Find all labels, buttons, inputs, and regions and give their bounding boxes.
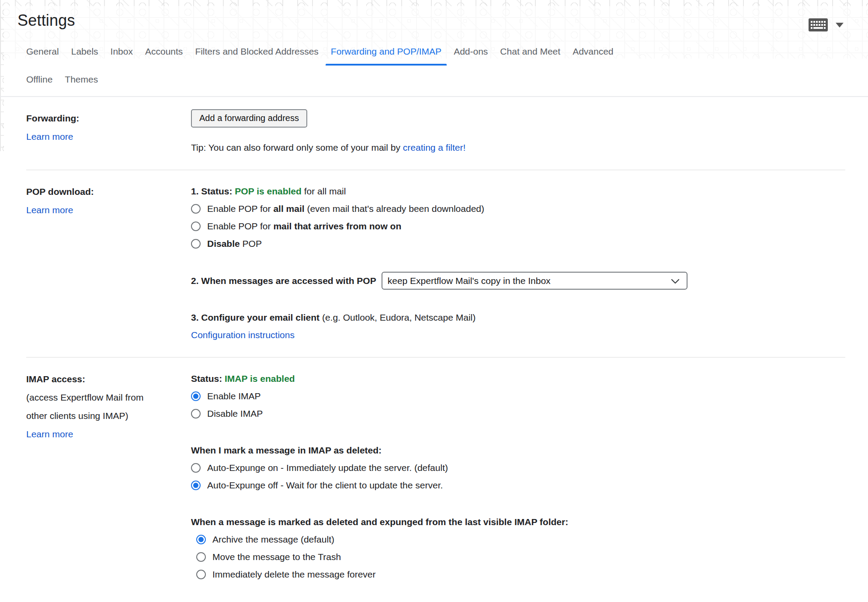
tab-forwarding-and-pop-imap[interactable]: Forwarding and POP/IMAP — [325, 44, 448, 66]
imap-option-label: Auto-Expunge on - Immediately update the… — [207, 459, 448, 477]
settings-tabs: General Labels Inbox Accounts Filters an… — [0, 44, 868, 89]
radio-button-icon[interactable] — [191, 204, 201, 214]
tab-inbox[interactable]: Inbox — [104, 44, 139, 66]
radio-button-icon[interactable] — [191, 221, 201, 231]
pop-option-label: Disable POP — [207, 235, 262, 253]
imap-option-label: Archive the message (default) — [212, 531, 334, 548]
imap-option-auto-expunge-on[interactable]: Auto-Expunge on - Immediately update the… — [191, 459, 845, 477]
imap-option-move-to-trash[interactable]: Move the message to the Trash — [196, 548, 845, 566]
tab-advanced[interactable]: Advanced — [566, 44, 619, 66]
tab-general[interactable]: General — [20, 44, 65, 66]
add-forwarding-address-button[interactable]: Add a forwarding address — [191, 109, 307, 128]
imap-access-caption: (access Expertflow Mail from other clien… — [26, 388, 157, 425]
imap-access-section: IMAP access: (access Expertflow Mail fro… — [26, 357, 845, 596]
imap-option-label: Move the message to the Trash — [212, 548, 341, 566]
imap-section-body: Status: IMAP is enabled Enable IMAP Disa… — [191, 370, 845, 583]
pop-access-row: 2. When messages are accessed with POP k… — [191, 272, 845, 290]
tab-labels[interactable]: Labels — [65, 44, 104, 66]
settings-page: Settings — [0, 0, 868, 596]
pop-option-enable-all-mail[interactable]: Enable POP for all mail (even mail that'… — [191, 200, 845, 218]
radio-button-icon[interactable] — [196, 570, 206, 579]
pop-status-prefix: 1. Status: — [191, 186, 235, 196]
imap-option-label: Immediately delete the message forever — [212, 566, 376, 583]
configuration-instructions-link[interactable]: Configuration instructions — [191, 330, 295, 340]
pop-configure-line: 3. Configure your email client (e.g. Out… — [191, 309, 845, 326]
pop-download-section: POP download: Learn more 1. Status: POP … — [26, 170, 845, 357]
imap-option-label: Enable IMAP — [207, 387, 261, 405]
pop-option-enable-from-now-on[interactable]: Enable POP for mail that arrives from no… — [191, 218, 845, 235]
forwarding-label: Forwarding: — [26, 109, 165, 128]
radio-button-checked-icon[interactable] — [196, 535, 206, 544]
tab-add-ons[interactable]: Add-ons — [448, 44, 494, 66]
imap-option-label: Disable IMAP — [207, 405, 263, 422]
pop-configure-rest: (e.g. Outlook, Eudora, Netscape Mail) — [319, 312, 476, 322]
tab-themes[interactable]: Themes — [59, 72, 104, 89]
tab-chat-and-meet[interactable]: Chat and Meet — [494, 44, 566, 66]
imap-status-prefix: Status: — [191, 374, 225, 384]
tab-filters-and-blocked-addresses[interactable]: Filters and Blocked Addresses — [189, 44, 324, 66]
imap-option-archive[interactable]: Archive the message (default) — [196, 531, 845, 548]
tab-row-1: General Labels Inbox Accounts Filters an… — [20, 44, 868, 66]
forwarding-learn-more-link[interactable]: Learn more — [26, 131, 73, 142]
pop-download-label: POP download: — [26, 183, 165, 201]
pop-section-body: 1. Status: POP is enabled for all mail E… — [191, 183, 845, 344]
radio-button-checked-icon[interactable] — [191, 391, 201, 401]
imap-option-enable[interactable]: Enable IMAP — [191, 387, 845, 405]
imap-option-disable[interactable]: Disable IMAP — [191, 405, 845, 422]
imap-status-line: Status: IMAP is enabled — [191, 370, 845, 387]
pop-option-label: Enable POP for all mail (even mail that'… — [207, 200, 484, 218]
pop-option-label: Enable POP for mail that arrives from no… — [207, 218, 401, 235]
imap-option-label: Auto-Expunge off - Wait for the client t… — [207, 477, 443, 494]
settings-header: Settings — [0, 0, 868, 33]
imap-option-delete-forever[interactable]: Immediately delete the message forever — [196, 566, 845, 583]
chevron-down-icon — [671, 272, 680, 290]
imap-access-label: IMAP access: — [26, 370, 165, 388]
radio-button-checked-icon[interactable] — [191, 481, 201, 490]
radio-button-icon[interactable] — [191, 239, 201, 249]
pop-configure-bold: 3. Configure your email client — [191, 312, 319, 322]
tab-row-2: Offline Themes — [20, 72, 868, 89]
imap-learn-more-link[interactable]: Learn more — [26, 429, 73, 439]
tab-accounts[interactable]: Accounts — [139, 44, 189, 66]
arrow-drop-down-icon — [836, 23, 844, 28]
pop-status-value: POP is enabled — [235, 186, 302, 196]
radio-button-icon[interactable] — [196, 552, 206, 562]
forwarding-section-body: Add a forwarding address Tip: You can al… — [191, 109, 845, 156]
pop-learn-more-link[interactable]: Learn more — [26, 205, 73, 215]
forwarding-tip-text: Tip: You can also forward only some of y… — [191, 142, 403, 152]
input-method-button[interactable] — [807, 17, 845, 33]
pop-status-line: 1. Status: POP is enabled for all mail — [191, 183, 845, 200]
pop-status-suffix: for all mail — [302, 186, 346, 196]
pop-option-disable[interactable]: Disable POP — [191, 235, 845, 253]
pop-access-selected-value: keep Expertflow Mail's copy in the Inbox — [388, 272, 551, 290]
imap-deleted-heading: When I mark a message in IMAP as deleted… — [191, 442, 845, 459]
radio-button-icon[interactable] — [191, 409, 201, 419]
forwarding-tip: Tip: You can also forward only some of y… — [191, 139, 845, 156]
keyboard-icon — [809, 18, 828, 31]
radio-button-icon[interactable] — [191, 463, 201, 473]
forwarding-section-label: Forwarding: Learn more — [26, 109, 191, 156]
imap-section-label: IMAP access: (access Expertflow Mail fro… — [26, 370, 191, 583]
forwarding-section: Forwarding: Learn more Add a forwarding … — [26, 97, 845, 170]
creating-a-filter-link[interactable]: creating a filter! — [403, 142, 466, 152]
tab-offline[interactable]: Offline — [20, 72, 59, 89]
pop-section-label: POP download: Learn more — [26, 183, 191, 344]
page-title: Settings — [17, 11, 75, 30]
imap-option-auto-expunge-off[interactable]: Auto-Expunge off - Wait for the client t… — [191, 477, 845, 494]
imap-status-value: IMAP is enabled — [225, 374, 295, 384]
imap-expunge-heading: When a message is marked as deleted and … — [191, 513, 845, 531]
pop-access-select[interactable]: keep Expertflow Mail's copy in the Inbox — [382, 272, 687, 290]
pop-access-label: 2. When messages are accessed with POP — [191, 272, 376, 290]
